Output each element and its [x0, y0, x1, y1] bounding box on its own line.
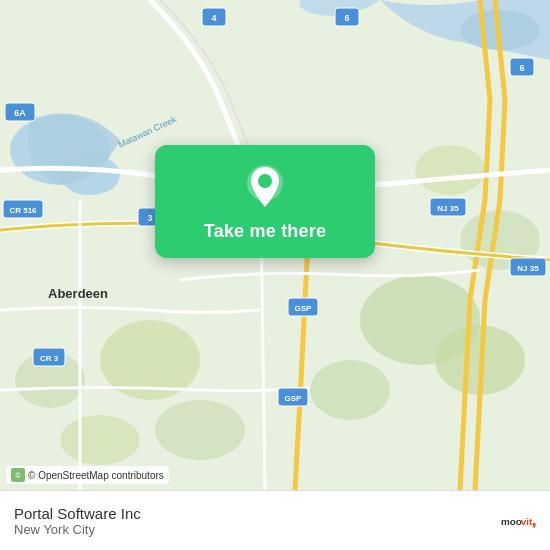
svg-text:©: © [15, 472, 21, 479]
svg-text:NJ 35: NJ 35 [437, 204, 459, 213]
svg-text:vit: vit [521, 515, 533, 526]
svg-text:3: 3 [147, 213, 152, 223]
svg-text:moo: moo [501, 515, 522, 526]
footer-title: Portal Software Inc [14, 505, 141, 522]
cta-label: Take me there [204, 221, 326, 242]
cta-card[interactable]: Take me there [155, 145, 375, 258]
map-container: 6A 4 6 6 3 CR 516 NJ 35 NJ 35 GSP GSP CR… [0, 0, 550, 490]
svg-point-8 [155, 400, 245, 460]
svg-text:GSP: GSP [285, 394, 303, 403]
moovit-brand-icon: moo vit [500, 503, 536, 539]
svg-point-9 [60, 415, 140, 465]
svg-text:CR 516: CR 516 [9, 206, 37, 215]
svg-text:Aberdeen: Aberdeen [48, 286, 108, 301]
osm-text: © OpenStreetMap contributors [28, 470, 164, 481]
footer-text: Portal Software Inc New York City [14, 505, 141, 537]
svg-text:6: 6 [519, 63, 524, 73]
moovit-logo: moo vit [500, 503, 536, 539]
footer-bar: Portal Software Inc New York City moo vi… [0, 490, 550, 550]
footer-location: New York City [14, 522, 141, 537]
osm-logo-icon: © [11, 468, 25, 482]
svg-text:4: 4 [211, 13, 216, 23]
svg-text:6: 6 [344, 13, 349, 23]
svg-point-6 [310, 360, 390, 420]
osm-attribution: © © OpenStreetMap contributors [6, 466, 169, 484]
svg-text:6A: 6A [14, 108, 26, 118]
svg-text:CR 3: CR 3 [40, 354, 59, 363]
svg-text:GSP: GSP [295, 304, 313, 313]
svg-text:NJ 35: NJ 35 [517, 264, 539, 273]
svg-point-38 [258, 174, 272, 188]
location-pin-icon [241, 163, 289, 211]
svg-rect-43 [533, 522, 536, 525]
svg-point-12 [415, 145, 485, 195]
